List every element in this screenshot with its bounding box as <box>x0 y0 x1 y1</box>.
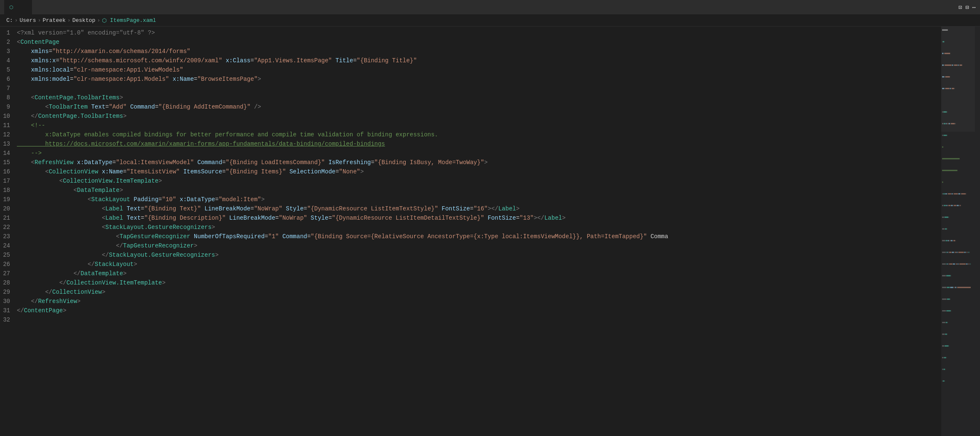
line-number: 5 <box>0 65 17 74</box>
breadcrumb-sep-1: › <box>15 17 18 24</box>
line-number: 4 <box>0 56 17 65</box>
line-number: 23 <box>0 232 17 241</box>
line-number: 29 <box>0 287 17 297</box>
code-line: <CollectionView.ItemTemplate> <box>17 176 941 186</box>
code-line: </ContentPage> <box>17 306 941 315</box>
code-line <box>17 315 941 324</box>
line-number: 21 <box>0 213 17 223</box>
line-number: 14 <box>0 149 17 158</box>
code-content[interactable]: <?xml version="1.0" encoding="utf-8" ?><… <box>17 27 941 436</box>
code-line: </StackLayout.GestureRecognizers> <box>17 250 941 260</box>
code-line: xmlns="http://xamarin.com/schemas/2014/f… <box>17 47 941 56</box>
line-number: 26 <box>0 260 17 269</box>
code-line: xmlns:local="clr-namespace:App1.ViewMode… <box>17 65 941 74</box>
more-icon[interactable]: ⋯ <box>972 4 976 11</box>
breadcrumb-sep-2: › <box>37 17 41 24</box>
breadcrumb-sep-3: › <box>67 17 71 24</box>
breadcrumb-file-icon: ⬡ <box>102 17 107 24</box>
breadcrumb-prateek[interactable]: Prateek <box>43 17 66 24</box>
code-line: </DataTemplate> <box>17 269 941 278</box>
line-number: 30 <box>0 297 17 306</box>
code-line: <?xml version="1.0" encoding="utf-8" ?> <box>17 28 941 37</box>
line-number: 20 <box>0 204 17 213</box>
code-line: </StackLayout> <box>17 260 941 269</box>
line-number: 15 <box>0 158 17 167</box>
line-number: 31 <box>0 306 17 315</box>
tab-file-icon: ⬡ <box>9 5 13 10</box>
line-number: 3 <box>0 47 17 56</box>
line-number: 19 <box>0 195 17 204</box>
code-line: </CollectionView.ItemTemplate> <box>17 278 941 287</box>
line-number: 28 <box>0 278 17 287</box>
code-line: </ContentPage.ToolbarItems> <box>17 112 941 121</box>
breadcrumb-file[interactable]: ItemsPage.xaml <box>110 17 156 24</box>
code-line: <ContentPage <box>17 37 941 47</box>
code-line: --> <box>17 149 941 158</box>
code-line: xmlns:model="clr-namespace:App1.Models" … <box>17 74 941 84</box>
line-number: 6 <box>0 74 17 84</box>
code-line: <TapGestureRecognizer NumberOfTapsRequir… <box>17 232 941 241</box>
breadcrumb-users[interactable]: Users <box>19 17 36 24</box>
code-line: <ContentPage.ToolbarItems> <box>17 93 941 102</box>
breadcrumb-c[interactable]: C: <box>6 17 13 24</box>
code-line: <DataTemplate> <box>17 186 941 195</box>
code-line: <ToolbarItem Text="Add" Command="{Bindin… <box>17 102 941 112</box>
line-number: 8 <box>0 93 17 102</box>
code-line: <RefreshView x:DataType="local:ItemsView… <box>17 158 941 167</box>
code-line <box>17 84 941 93</box>
tab-close-button[interactable] <box>20 4 27 11</box>
line-number: 18 <box>0 186 17 195</box>
breadcrumb-desktop[interactable]: Desktop <box>72 17 96 24</box>
code-line: </CollectionView> <box>17 287 941 297</box>
minimap-canvas <box>941 27 975 436</box>
breadcrumb: C: › Users › Prateek › Desktop › ⬡ Items… <box>0 15 980 27</box>
line-number: 10 <box>0 112 17 121</box>
layout-icon-2[interactable]: ⊟ <box>965 4 969 11</box>
code-line: <Label Text="{Binding Description}" Line… <box>17 213 941 223</box>
breadcrumb-sep-4: › <box>97 17 100 24</box>
scrollbar[interactable] <box>975 27 980 436</box>
code-line: xmlns:x="http://schemas.microsoft.com/wi… <box>17 56 941 65</box>
line-number: 25 <box>0 250 17 260</box>
code-line: <CollectionView x:Name="ItemsListView" I… <box>17 167 941 176</box>
line-number: 9 <box>0 102 17 112</box>
title-bar: ⬡ ⊡ ⊟ ⋯ <box>0 0 980 15</box>
line-number: 7 <box>0 84 17 93</box>
line-number: 2 <box>0 37 17 47</box>
code-line: x:DataType enables compiled bindings for… <box>17 130 941 139</box>
title-bar-actions: ⊡ ⊟ ⋯ <box>959 4 976 11</box>
line-number: 24 <box>0 241 17 250</box>
code-line: </RefreshView> <box>17 297 941 306</box>
line-number: 17 <box>0 176 17 186</box>
line-numbers: 1234567891011121314151617181920212223242… <box>0 27 17 436</box>
code-line: <Label Text="{Binding Text}" LineBreakMo… <box>17 204 941 213</box>
line-number: 1 <box>0 28 17 37</box>
code-line: <StackLayout Padding="10" x:DataType="mo… <box>17 195 941 204</box>
editor-tab[interactable]: ⬡ <box>4 0 32 15</box>
editor-area: 1234567891011121314151617181920212223242… <box>0 27 980 436</box>
line-number: 13 <box>0 139 17 149</box>
minimap <box>941 27 975 436</box>
code-line: </TapGestureRecognizer> <box>17 241 941 250</box>
line-number: 27 <box>0 269 17 278</box>
line-number: 32 <box>0 315 17 324</box>
code-line: <!-- <box>17 121 941 130</box>
line-number: 11 <box>0 121 17 130</box>
layout-icon-1[interactable]: ⊡ <box>959 4 962 11</box>
line-number: 22 <box>0 223 17 232</box>
line-number: 16 <box>0 167 17 176</box>
code-line: https://docs.microsoft.com/xamarin/xamar… <box>17 139 941 149</box>
code-line: <StackLayout.GestureRecognizers> <box>17 223 941 232</box>
line-number: 12 <box>0 130 17 139</box>
